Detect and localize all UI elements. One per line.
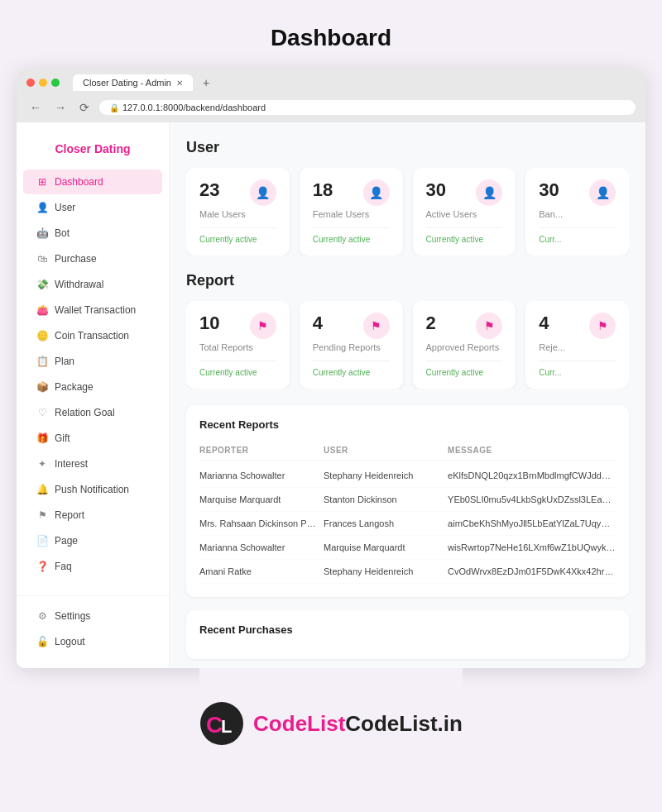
card-header: 4 ⚑ <box>539 313 616 339</box>
row3-user: Marquise Marquardt <box>324 542 441 552</box>
row2-user: Frances Langosh <box>324 518 441 528</box>
rejected-reports-icon: ⚑ <box>589 313 616 339</box>
stat-footer-rejected-reports: Curr... <box>539 361 616 377</box>
sidebar-item-wallet-transaction[interactable]: 👛 Wallet Transaction <box>23 298 162 322</box>
page-icon: 📄 <box>36 535 48 547</box>
row4-user: Stephany Heidenreich <box>324 566 441 576</box>
card-banned-users: 30 👤 Ban... Curr... <box>525 168 629 256</box>
stat-label-female: Female Users <box>313 209 390 219</box>
stat-number-pending-reports: 4 <box>313 313 323 334</box>
sidebar-item-coin-transaction[interactable]: 🪙 Coin Transaction <box>23 323 162 348</box>
question-icon: ❓ <box>36 561 48 572</box>
sidebar-label-user: User <box>55 202 75 213</box>
sidebar-item-logout[interactable]: 🔓 Logout <box>23 629 162 654</box>
main-content: User 23 👤 Male Users Currently active 18… <box>170 122 645 668</box>
sidebar-item-user[interactable]: 👤 User <box>23 195 162 220</box>
browser-window: Closer Dating - Admin ✕ + ← → ⟳ 🔒 127.0.… <box>17 68 645 668</box>
stat-label-rejected-reports: Reje... <box>539 342 616 352</box>
user-section-title: User <box>186 139 629 156</box>
row3-message: wisRwrtop7NeHe16LXmf6wZ1bUQwykrbmlhWKNHN… <box>448 542 616 552</box>
stat-label-approved-reports: Approved Reports <box>426 342 503 352</box>
sidebar-item-report[interactable]: ⚑ Report <box>23 503 162 528</box>
browser-traffic-lights <box>26 79 60 87</box>
row0-message: eKlfsDNQL20qzx1BrnMbdlmgfCWJdd32cofQDKM0… <box>448 470 616 480</box>
stat-label-male: Male Users <box>199 209 276 219</box>
sidebar-label-settings: Settings <box>55 610 90 622</box>
interest-icon: ✦ <box>36 458 48 470</box>
sidebar-item-bot[interactable]: 🤖 Bot <box>23 221 162 246</box>
coin-icon: 🪙 <box>36 330 48 342</box>
package-icon: 📦 <box>36 381 48 393</box>
report-section-title: Report <box>186 272 629 289</box>
footer-brand-accent: CodeList <box>253 711 345 736</box>
sidebar-label-coin-transaction: Coin Transaction <box>55 330 129 342</box>
male-user-icon: 👤 <box>250 179 276 206</box>
sidebar-label-report: Report <box>55 509 84 521</box>
card-male-users: 23 👤 Male Users Currently active <box>186 168 290 256</box>
table-row: Amani Ratke Stephany Heidenreich CvOdWrv… <box>199 560 616 584</box>
back-button[interactable]: ← <box>26 99 45 116</box>
recent-reports-title: Recent Reports <box>199 418 616 431</box>
forward-button[interactable]: → <box>51 99 70 116</box>
close-button[interactable] <box>26 79 35 87</box>
card-approved-reports: 2 ⚑ Approved Reports Currently active <box>413 301 516 389</box>
sidebar-item-package[interactable]: 📦 Package <box>23 375 162 399</box>
withdrawal-icon: 💸 <box>36 279 48 290</box>
stat-number-approved-reports: 2 <box>426 313 436 334</box>
active-user-icon: 👤 <box>476 179 502 206</box>
sidebar-label-gift: Gift <box>55 432 70 444</box>
stat-footer-male: Currently active <box>199 227 276 244</box>
sidebar-item-faq[interactable]: ❓ Faq <box>23 554 162 579</box>
lock-icon: 🔒 <box>109 103 119 112</box>
sidebar-item-relation-goal[interactable]: ♡ Relation Goal <box>23 400 162 425</box>
browser-tab[interactable]: Closer Dating - Admin ✕ <box>73 74 193 91</box>
browser-addressbar: ← → ⟳ 🔒 127.0.0.1:8000/backend/dashboard <box>17 96 645 122</box>
maximize-button[interactable] <box>51 79 60 87</box>
row3-reporter: Marianna Schowalter <box>199 542 317 552</box>
total-reports-icon: ⚑ <box>250 313 276 339</box>
heart-icon: ♡ <box>36 407 48 418</box>
sidebar-item-interest[interactable]: ✦ Interest <box>23 451 162 476</box>
stat-footer-banned: Curr... <box>539 227 616 244</box>
row0-user: Stephany Heidenreich <box>324 470 441 480</box>
stat-footer-pending-reports: Currently active <box>313 361 390 377</box>
url-bar[interactable]: 🔒 127.0.0.1:8000/backend/dashboard <box>99 100 636 115</box>
bag-icon: 🛍 <box>36 253 48 265</box>
sidebar-label-relation-goal: Relation Goal <box>55 407 115 418</box>
gear-icon: ⚙ <box>36 610 48 622</box>
new-tab-icon[interactable]: + <box>203 76 209 89</box>
plan-icon: 📋 <box>36 356 48 367</box>
recent-reports-section: Recent Reports Reporter User Message Mar… <box>186 405 629 597</box>
sidebar-item-gift[interactable]: 🎁 Gift <box>23 426 162 451</box>
grid-icon: ⊞ <box>36 176 48 188</box>
sidebar-item-plan[interactable]: 📋 Plan <box>23 349 162 374</box>
recent-purchases-title: Recent Purchases <box>199 623 616 636</box>
sidebar-item-purchase[interactable]: 🛍 Purchase <box>23 246 162 271</box>
browser-chrome: Closer Dating - Admin ✕ + <box>17 68 645 96</box>
card-header: 23 👤 <box>199 179 276 206</box>
tab-title: Closer Dating - Admin <box>83 78 171 88</box>
minimize-button[interactable] <box>39 79 47 87</box>
sidebar-item-push-notification[interactable]: 🔔 Push Notification <box>23 477 162 502</box>
sidebar-item-dashboard[interactable]: ⊞ Dashboard <box>23 170 162 194</box>
stat-footer-female: Currently active <box>313 227 390 244</box>
row0-reporter: Marianna Schowalter <box>199 470 317 480</box>
sidebar-item-withdrawal[interactable]: 💸 Withdrawal <box>23 272 162 297</box>
sidebar-label-withdrawal: Withdrawal <box>55 279 103 290</box>
stat-footer-total-reports: Currently active <box>199 361 276 377</box>
sidebar-item-page[interactable]: 📄 Page <box>23 528 162 553</box>
sidebar-item-settings[interactable]: ⚙ Settings <box>23 604 162 628</box>
url-text: 127.0.0.1:8000/backend/dashboard <box>122 103 266 112</box>
sidebar-label-logout: Logout <box>55 636 85 647</box>
card-header: 10 ⚑ <box>199 313 276 339</box>
stat-number-male: 23 <box>199 179 219 201</box>
tab-close-icon[interactable]: ✕ <box>176 79 183 88</box>
sidebar-label-bot: Bot <box>55 227 70 239</box>
card-header: 18 👤 <box>313 179 390 206</box>
reload-button[interactable]: ⟳ <box>76 99 93 116</box>
flag-icon: ⚑ <box>36 509 48 521</box>
stat-label-active: Active Users <box>426 209 503 219</box>
card-header: 4 ⚑ <box>313 313 390 339</box>
robot-icon: 🤖 <box>36 227 48 239</box>
card-female-users: 18 👤 Female Users Currently active <box>300 168 403 256</box>
